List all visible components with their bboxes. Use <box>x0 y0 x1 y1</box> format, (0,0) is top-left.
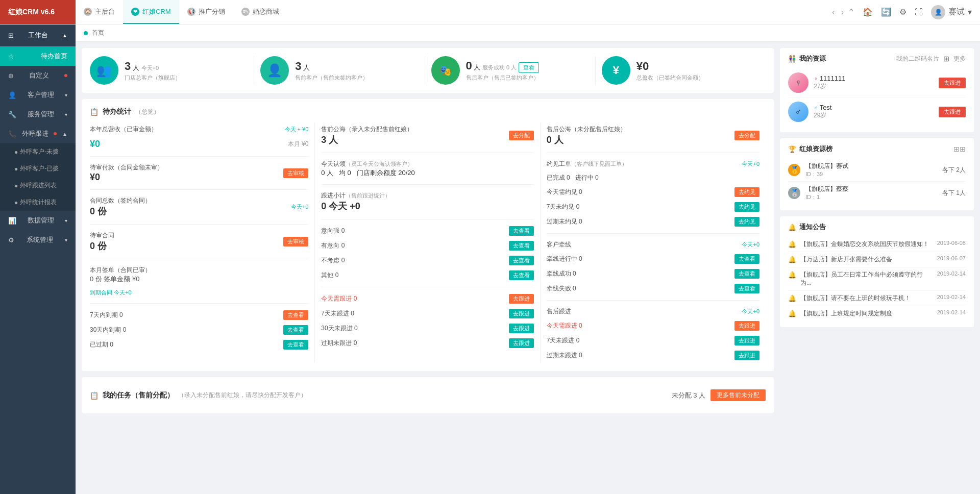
has-intent-btn[interactable]: 去查看 <box>509 241 534 251</box>
sidebar-item-customer[interactable]: 👤 客户管理 ▾ <box>0 85 76 105</box>
notice-text-1[interactable]: 【旗舰店】金蝶婚恋交友系统国庆节放假通知！ <box>800 240 933 249</box>
my-resources-qr[interactable]: 我的二维码名片 <box>896 55 939 63</box>
notice-text-5[interactable]: 【旗舰店】上班规定时间规定制度 <box>800 309 933 318</box>
workspace-label: 工作台 <box>28 31 48 40</box>
nav-right-arrow[interactable]: › <box>839 8 846 17</box>
match-progress-btn[interactable]: 去查看 <box>734 254 760 264</box>
home-icon[interactable]: 🏠 <box>863 7 873 17</box>
qr-icon[interactable]: ⊞ <box>943 55 949 63</box>
aftersale-assign-btn[interactable]: 去分配 <box>734 131 760 140</box>
contract-audit-btn[interactable]: 去审核 <box>283 237 308 246</box>
todo-has-intent-row: 有意向 0 去查看 <box>321 238 533 253</box>
todo-7day-meet-label: 7天未约见 0 <box>547 203 580 211</box>
todo-followup-stat-label: 跟进小计（售前跟进统计） <box>321 191 390 200</box>
ranking-qr[interactable]: ⊞⊞ <box>953 145 966 153</box>
content-area: 首页 👥 3 人 <box>76 24 980 494</box>
todo-30day-followup-label: 30天未跟进 0 <box>321 324 357 333</box>
rank-medal-1: 🥇 <box>788 164 800 176</box>
7day-followup-btn[interactable]: 去跟进 <box>509 309 534 318</box>
sidebar-item-system[interactable]: ⚙ 系统管理 ▾ <box>0 230 76 250</box>
aftersale-expired-btn[interactable]: 去跟进 <box>734 351 760 360</box>
notices-header: 🔔 通知公告 <box>788 223 966 232</box>
expired-meet-btn[interactable]: 去约见 <box>734 217 760 227</box>
sidebar-item-outbound[interactable]: 📞 外呼跟进 ▲ <box>0 124 76 143</box>
settings-icon[interactable]: ⚙ <box>899 7 906 17</box>
nav-expand[interactable]: ⌃ <box>848 7 854 17</box>
user-info[interactable]: 👤 赛试 ▾ <box>931 5 972 19</box>
breadcrumb-dot <box>84 31 88 35</box>
expired-followup-btn[interactable]: 去跟进 <box>509 338 534 348</box>
todo-today-claim-row: 今天认领（员工今天公海认领客户） 0 人 均 0 门店剩余额度 20/20 <box>321 157 533 180</box>
aftersale-check-btn[interactable]: 查看 <box>519 62 539 73</box>
todo-strong-intent-label: 意向强 0 <box>321 227 345 235</box>
tab-promotion[interactable]: 📢 推广分销 <box>179 0 233 24</box>
7day-meet-btn[interactable]: 去约见 <box>734 202 760 212</box>
todo-match-today: 今天+0 <box>742 241 760 249</box>
data-icon: 📊 <box>8 217 16 225</box>
sidebar-item-service[interactable]: 🔧 服务管理 ▾ <box>0 105 76 124</box>
tab-mall-icon: 🛍 <box>241 8 250 16</box>
other-btn[interactable]: 去查看 <box>509 270 534 280</box>
tab-main-console[interactable]: 🏠 主后台 <box>76 0 123 24</box>
nav-left-arrow[interactable]: ‹ <box>830 8 837 17</box>
need-meet-today-btn[interactable]: 去约见 <box>734 187 760 197</box>
todo-presale-sea-info: 售前公海（录入未分配售前红娘） 3 人 <box>321 125 413 146</box>
todo-mid-col: 售前公海（录入未分配售前红娘） 3 人 去分配 今天认领（员工今天公海认领客户） <box>315 122 540 363</box>
todo-aftersale-today-label: 今天需跟进 0 <box>547 322 582 330</box>
breadcrumb-home[interactable]: 首页 <box>92 29 104 37</box>
todo-need-meet-today-label: 今天需约见 0 <box>547 188 582 196</box>
my-resources-more[interactable]: 更多 <box>953 55 966 63</box>
todo-need-meet-today-row: 今天需约见 0 去约见 <box>547 185 760 200</box>
stat-store-sub: 门店总客户（旗舰店） <box>125 74 246 82</box>
todo-followup-stat-row: 跟进小计（售前跟进统计） 0 今天 +0 <box>321 189 533 215</box>
tab-mall[interactable]: 🛍 婚恋商城 <box>233 0 287 24</box>
notice-text-2[interactable]: 【万达店】新店开张需要什么准备 <box>800 255 933 264</box>
notice-text-3[interactable]: 【旗舰店】员工在日常工作当中必须遵守的行为... <box>800 270 933 288</box>
no-intent-btn[interactable]: 去查看 <box>509 256 534 265</box>
sidebar-item-outbound-list[interactable]: ● 外呼跟进列表 <box>0 177 76 194</box>
follow-btn-2[interactable]: 去跟进 <box>939 107 966 117</box>
sidebar-item-outbound-uncalled[interactable]: ● 外呼客户-未拨 <box>0 143 76 160</box>
rank-store-1: 【旗舰店】赛试 <box>805 162 937 170</box>
sidebar-item-outbound-called[interactable]: ● 外呼客户-已拨 <box>0 160 76 177</box>
sidebar-item-data[interactable]: 📊 数据管理 ▾ <box>0 211 76 230</box>
today-followup-btn[interactable]: 去跟进 <box>509 294 534 304</box>
my-task-more-btn[interactable]: 更多售前未分配 <box>710 389 766 401</box>
todo-aftersale-sea-label: 售后公海（未分配售后红娘） <box>547 125 626 134</box>
my-resources-label: 我的资源 <box>799 54 826 63</box>
nav-arrows: ‹ › ⌃ <box>830 7 854 17</box>
match-fail-btn[interactable]: 去查看 <box>734 284 760 293</box>
stat-aftersale-main: 0 人 服务成功 0 人 查看 <box>466 59 587 73</box>
todo-contract-today: 今天+0 <box>291 203 309 211</box>
fullscreen-icon[interactable]: ⛶ <box>915 8 923 17</box>
refresh-icon[interactable]: 🔄 <box>881 7 891 17</box>
30day-check-btn[interactable]: 去查看 <box>283 325 308 335</box>
notice-item-1: 🔔 【旗舰店】金蝶婚恋交友系统国庆节放假通知！ 2019-06-08 <box>788 237 966 252</box>
sidebar-item-todo-home[interactable]: ☆ 待办首页 <box>0 46 76 66</box>
sidebar-item-customize[interactable]: ⊕ 自定义 <box>0 66 76 85</box>
tab-crm-icon: ❤ <box>131 8 139 16</box>
7day-check-btn[interactable]: 去查看 <box>283 310 308 320</box>
workspace-collapse[interactable]: ▲ <box>62 33 67 38</box>
match-success-btn[interactable]: 去查看 <box>734 269 760 279</box>
presale-assign-btn[interactable]: 去分配 <box>509 131 534 140</box>
aftersale-today-btn[interactable]: 去跟进 <box>734 321 760 331</box>
todo-expired-meet-label: 过期未约见 0 <box>547 217 582 226</box>
30day-followup-btn[interactable]: 去跟进 <box>509 324 534 333</box>
resource-name-text-1: 1111111 <box>820 75 846 82</box>
todo-appointment-status-row: 已完成 0 进行中 0 <box>547 171 760 185</box>
aftersale-7day-btn[interactable]: 去跟进 <box>734 336 760 345</box>
follow-btn-1[interactable]: 去跟进 <box>939 78 966 88</box>
notice-text-4[interactable]: 【旗舰店】请不要在上班的时候玩手机！ <box>800 294 933 303</box>
tab-crm[interactable]: ❤ 红娘CRM <box>123 0 179 24</box>
todo-aftersale-7day-label: 7天未跟进 0 <box>547 336 580 345</box>
todo-other-label: 其他 0 <box>321 271 338 280</box>
expired-check-btn[interactable]: 去查看 <box>283 340 308 350</box>
todo-today-claim-info: 今天认领（员工今天公海认领客户） 0 人 均 0 门店剩余额度 20/20 <box>321 160 415 178</box>
strong-intent-btn[interactable]: 去查看 <box>509 226 534 236</box>
brand-logo: 红娘CRM v6.6 <box>0 0 76 24</box>
todo-followup-stat-info: 跟进小计（售前跟进统计） 0 今天 +0 <box>321 191 390 212</box>
sidebar-item-outbound-report[interactable]: ● 外呼统计报表 <box>0 194 76 211</box>
brand-name: 红娘CRM v6.6 <box>8 8 55 17</box>
payment-audit-btn[interactable]: 去审核 <box>283 168 308 178</box>
